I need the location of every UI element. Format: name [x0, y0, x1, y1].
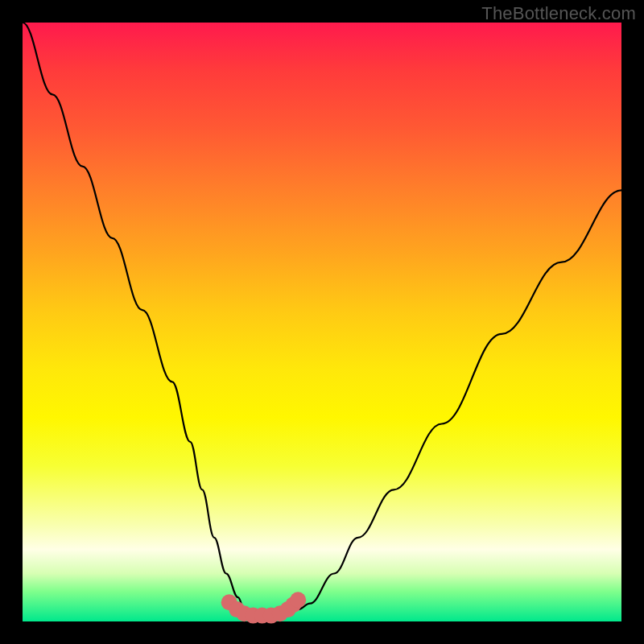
plot-area [23, 23, 621, 621]
bottleneck-curve [23, 23, 621, 616]
trough-marker [290, 592, 306, 608]
watermark-text: TheBottleneck.com [481, 3, 636, 24]
chart-svg [23, 23, 621, 621]
trough-markers [221, 592, 307, 623]
figure-frame: TheBottleneck.com [0, 0, 644, 644]
